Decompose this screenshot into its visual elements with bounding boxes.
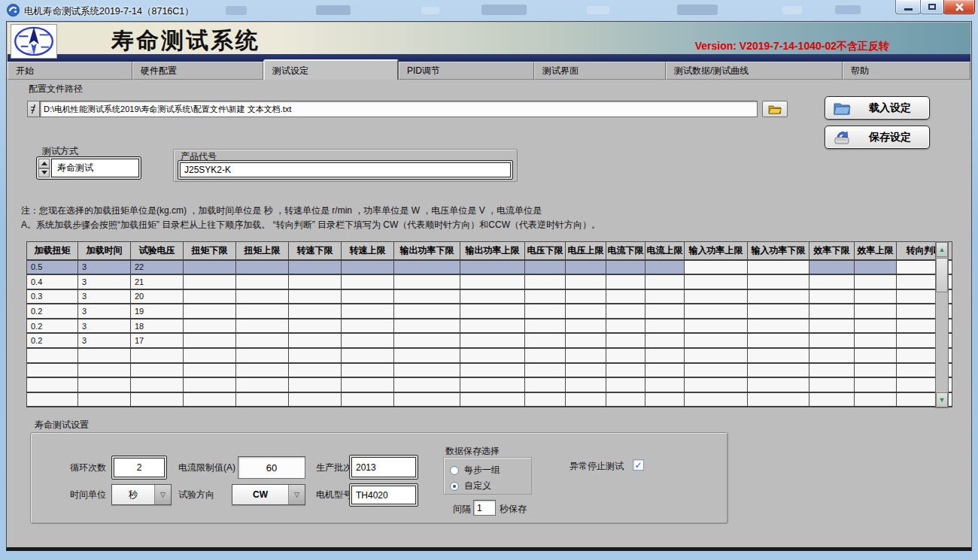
cycle-count-value[interactable]: 2 — [114, 458, 165, 477]
table-cell[interactable]: 3 — [78, 289, 131, 304]
current-limit-field[interactable]: 60 — [238, 456, 305, 479]
table-cell[interactable] — [460, 260, 525, 275]
table-row[interactable]: 0.3320 — [27, 289, 952, 304]
load-steps-table[interactable]: 加载扭矩加载时间试验电压扭矩下限扭矩上限转速下限转速上限输出功率下限输出功率上限… — [26, 241, 952, 407]
minimize-button[interactable] — [895, 0, 921, 14]
direction-dropdown[interactable]: CW ▽ — [232, 484, 305, 505]
table-cell[interactable] — [394, 289, 460, 304]
table-cell[interactable] — [460, 392, 525, 407]
table-cell[interactable] — [685, 392, 748, 407]
titlebar[interactable]: 电机寿命测试系统2019-7-14（8716C1） — [0, 0, 978, 21]
table-cell[interactable] — [342, 392, 394, 407]
table-cell[interactable] — [342, 319, 394, 334]
table-cell[interactable] — [809, 348, 855, 363]
table-cell[interactable] — [27, 348, 78, 363]
table-cell[interactable] — [289, 260, 342, 275]
tab-测试界面[interactable]: 测试界面 — [534, 62, 666, 80]
table-cell[interactable] — [184, 289, 236, 304]
table-cell[interactable] — [184, 348, 236, 363]
table-cell[interactable] — [525, 348, 566, 363]
dropdown-arrow-icon[interactable]: ▽ — [289, 485, 305, 504]
table-cell[interactable] — [394, 319, 460, 334]
decrement-button[interactable] — [38, 168, 50, 178]
save-settings-button[interactable]: 保存设定 — [825, 126, 930, 149]
table-cell[interactable] — [809, 304, 855, 319]
table-cell[interactable] — [606, 289, 645, 304]
table-row[interactable]: 0.2318 — [27, 319, 952, 334]
table-cell[interactable] — [342, 333, 394, 348]
table-cell[interactable]: 0.2 — [27, 333, 78, 348]
table-cell[interactable] — [342, 363, 394, 378]
table-cell[interactable] — [809, 289, 855, 304]
table-cell[interactable] — [27, 363, 78, 378]
test-mode-control[interactable]: 寿命测试 — [36, 156, 141, 180]
table-cell[interactable] — [685, 377, 748, 392]
table-cell[interactable] — [566, 260, 606, 275]
table-cell[interactable] — [748, 333, 809, 348]
radio-icon[interactable] — [450, 466, 459, 475]
table-cell[interactable] — [236, 304, 289, 319]
table-cell[interactable] — [289, 377, 342, 392]
table-cell[interactable] — [855, 274, 897, 289]
table-cell[interactable] — [748, 348, 809, 363]
table-cell[interactable] — [748, 260, 809, 275]
table-cell[interactable] — [566, 319, 606, 334]
table-cell[interactable] — [525, 289, 566, 304]
browse-button[interactable] — [762, 101, 788, 117]
table-cell[interactable] — [606, 363, 645, 378]
table-cell[interactable] — [525, 260, 566, 275]
table-cell[interactable] — [342, 260, 394, 275]
table-cell[interactable] — [855, 304, 897, 319]
table-cell[interactable] — [606, 377, 645, 392]
table-cell[interactable] — [236, 274, 289, 289]
table-cell[interactable] — [645, 348, 685, 363]
table-cell[interactable]: 21 — [131, 274, 184, 289]
table-cell[interactable] — [685, 260, 748, 275]
table-cell[interactable] — [855, 363, 897, 378]
table[interactable]: 加载扭矩加载时间试验电压扭矩下限扭矩上限转速下限转速上限输出功率下限输出功率上限… — [26, 241, 952, 407]
table-row[interactable] — [27, 363, 952, 378]
test-mode-value[interactable]: 寿命测试 — [51, 159, 139, 177]
table-cell[interactable] — [27, 377, 78, 392]
table-cell[interactable] — [236, 289, 289, 304]
table-cell[interactable]: 19 — [131, 304, 184, 319]
motor-model-value[interactable]: TH4020 — [351, 486, 416, 504]
table-cell[interactable] — [809, 319, 855, 334]
table-cell[interactable] — [289, 319, 342, 334]
table-cell[interactable] — [685, 274, 748, 289]
table-cell[interactable] — [289, 304, 342, 319]
table-cell[interactable] — [394, 274, 460, 289]
table-cell[interactable] — [606, 260, 645, 275]
tab-测试设定[interactable]: 测试设定 — [263, 59, 399, 80]
table-cell[interactable] — [184, 333, 236, 348]
table-cell[interactable] — [855, 377, 897, 392]
table-cell[interactable] — [184, 260, 236, 275]
table-cell[interactable] — [566, 392, 606, 407]
table-cell[interactable] — [525, 333, 566, 348]
table-cell[interactable] — [525, 377, 566, 392]
tab-测试数据/测试曲线[interactable]: 测试数据/测试曲线 — [666, 62, 843, 80]
table-cell[interactable] — [460, 348, 525, 363]
config-path-input[interactable]: D:\电机性能测试系统2019\寿命测试系统\配置文件\新建 文本文档.txt — [40, 101, 758, 117]
table-cell[interactable] — [131, 363, 184, 378]
table-cell[interactable] — [184, 377, 236, 392]
interval-field[interactable]: 1 — [473, 500, 496, 516]
table-cell[interactable] — [748, 363, 809, 378]
table-cell[interactable] — [748, 377, 809, 392]
table-cell[interactable] — [78, 363, 131, 378]
table-cell[interactable]: 22 — [131, 260, 184, 275]
table-cell[interactable] — [525, 274, 566, 289]
table-cell[interactable] — [289, 289, 342, 304]
table-cell[interactable] — [566, 274, 606, 289]
table-cell[interactable] — [566, 304, 606, 319]
table-cell[interactable] — [460, 319, 525, 334]
table-cell[interactable] — [78, 377, 131, 392]
table-cell[interactable] — [645, 377, 685, 392]
table-cell[interactable] — [606, 319, 645, 334]
table-scrollbar[interactable]: ▲ ▼ — [935, 241, 949, 408]
table-cell[interactable]: 0.2 — [27, 319, 78, 334]
time-unit-value[interactable]: 秒 — [112, 485, 155, 504]
table-cell[interactable]: 3 — [78, 304, 131, 319]
table-row[interactable]: 0.2317 — [27, 333, 952, 348]
table-cell[interactable] — [685, 363, 748, 378]
